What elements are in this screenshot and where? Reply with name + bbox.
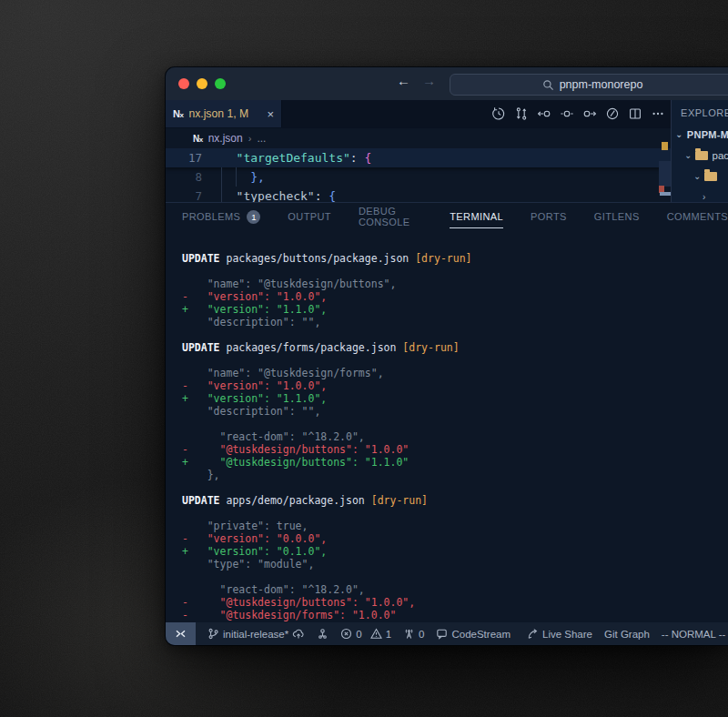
compare-changes-icon[interactable] <box>514 106 529 121</box>
gitlens-icon <box>317 628 329 640</box>
code-editor[interactable]: 17"targetDefaults": {8},7"typecheck": { <box>166 148 671 203</box>
editor-tab-bar: Nx nx.json 1, M × <box>166 100 671 128</box>
panel-tab-output[interactable]: OUTPUT <box>288 211 331 222</box>
errors-icon <box>340 628 352 640</box>
panel-tab-debug-console[interactable]: DEBUG CONSOLE <box>359 206 422 227</box>
more-actions-icon[interactable] <box>651 106 665 121</box>
code-text: "targetDefaults": { <box>202 151 371 165</box>
terminal-line: + "version": "1.1.0", <box>182 392 728 405</box>
close-tab-icon[interactable]: × <box>267 108 274 120</box>
panel-tab-label: PORTS <box>531 211 567 222</box>
error-count: 0 <box>356 629 361 640</box>
code-token: "typecheck" <box>237 189 315 203</box>
gitlens-indicator[interactable] <box>317 628 329 640</box>
chevron-right-icon: › <box>703 192 705 202</box>
terminal-line: - "version": "1.0.0", <box>182 290 728 303</box>
open-changes-icon[interactable] <box>605 106 620 121</box>
search-icon <box>542 79 554 91</box>
branch-indicator[interactable]: initial-release* <box>207 628 305 640</box>
codestream-item[interactable]: CodeStream <box>436 628 511 640</box>
minimap[interactable] <box>659 127 671 202</box>
git-graph-item[interactable]: Git Graph <box>604 629 650 640</box>
terminal-line: "description": "", <box>182 405 728 418</box>
terminal-line: }, <box>182 469 728 481</box>
timeline-history-icon[interactable] <box>491 106 506 121</box>
explorer-title: EXPLORER <box>672 100 728 118</box>
code-line[interactable]: 8}, <box>166 167 671 187</box>
terminal-line <box>182 265 728 278</box>
chevron-down-icon: ⌄ <box>675 129 683 139</box>
minimap-slider[interactable] <box>659 161 671 187</box>
terminal-line: "react-dom": "^18.2.0", <box>182 583 728 596</box>
remote-icon <box>175 628 187 640</box>
broadcast-indicator[interactable]: 0 <box>403 628 424 640</box>
terminal-line <box>182 418 728 430</box>
panel-tab-problems[interactable]: PROBLEMS1 <box>182 210 260 224</box>
tab-nx-json[interactable]: Nx nx.json 1, M × <box>166 100 282 127</box>
navigate-forward-icon[interactable]: → <box>422 73 436 88</box>
explorer-item-packages[interactable]: ⌄packages <box>672 145 728 166</box>
maximize-window-button[interactable] <box>215 78 226 89</box>
status-bar: initial-release* 0 1 0 CodeStream Live S… <box>166 622 728 645</box>
split-editor-icon[interactable] <box>628 106 642 121</box>
branch-name: initial-release* <box>223 629 288 640</box>
publish-cloud-icon <box>292 628 305 640</box>
explorer-item-pnpm-monorepo[interactable]: ⌄PNPM-MONOREPO <box>672 124 728 145</box>
remote-indicator[interactable] <box>166 622 196 645</box>
minimap-selection-mark <box>660 192 671 196</box>
terminal-dry-run-tag: [dry-run] <box>415 252 471 265</box>
navigate-back-icon[interactable]: ← <box>397 73 410 88</box>
panel-tab-label: OUTPUT <box>288 211 331 222</box>
breadcrumb[interactable]: Nx nx.json › ... <box>166 128 671 148</box>
terminal-line: - "@tuskdesign/buttons": "1.0.0" <box>182 443 728 456</box>
terminal-line <box>182 328 728 341</box>
panel-tab-gitlens[interactable]: GITLENS <box>594 211 640 222</box>
terminal-line: UPDATE packages/forms/package.json [dry-… <box>182 341 728 354</box>
breadcrumb-rest[interactable]: ... <box>257 132 266 145</box>
minimize-window-button[interactable] <box>197 78 207 89</box>
code-line[interactable]: 17"targetDefaults": { <box>166 148 671 167</box>
git-graph-label: Git Graph <box>604 629 650 640</box>
vim-mode-indicator: -- NORMAL -- <box>662 629 725 640</box>
explorer-item[interactable]: › <box>672 187 728 202</box>
code-token: }, <box>250 170 265 184</box>
problems-indicator[interactable]: 0 1 <box>340 628 391 640</box>
chevron-down-icon: ⌄ <box>684 150 692 160</box>
change-indicator-icon[interactable] <box>560 106 574 121</box>
vscode-window: ← → pnpm-monorepo Nx nx.json 1, M × <box>166 67 728 645</box>
indent-guide <box>221 187 222 203</box>
previous-change-icon[interactable] <box>537 106 551 121</box>
panel-tab-comments[interactable]: COMMENTS <box>667 211 728 222</box>
terminal-line <box>182 354 728 367</box>
nx-file-icon: Nx <box>193 134 203 144</box>
panel-tab-label: DEBUG CONSOLE <box>359 206 422 227</box>
terminal-line <box>182 507 728 520</box>
live-share-item[interactable]: Live Share <box>527 628 592 640</box>
search-value: pnpm-monorepo <box>560 78 643 91</box>
panel-tab-bar: PROBLEMS1OUTPUTDEBUG CONSOLETERMINALPORT… <box>166 203 728 230</box>
code-token: { <box>329 189 336 203</box>
editor-group: Nx nx.json 1, M × Nx nx.json <box>166 100 671 202</box>
indent-guide <box>236 167 237 187</box>
terminal-line: + "version": "1.1.0", <box>182 303 728 316</box>
explorer-sidebar: EXPLORER ⌄PNPM-MONOREPO⌄packages⌄› <box>671 100 728 202</box>
folder-icon <box>704 172 717 181</box>
explorer-item[interactable]: ⌄ <box>672 166 728 187</box>
panel-tab-ports[interactable]: PORTS <box>531 211 567 222</box>
titlebar: ← → pnpm-monorepo <box>166 67 728 101</box>
command-center-search[interactable]: pnpm-monorepo <box>450 74 728 96</box>
terminal-line: "name": "@tuskdesign/buttons", <box>182 278 728 290</box>
terminal-file-path: packages/forms/package.json <box>220 341 403 354</box>
breadcrumb-file[interactable]: nx.json <box>208 132 243 145</box>
terminal-output[interactable]: UPDATE packages/buttons/package.json [dr… <box>166 230 728 621</box>
terminal-line: UPDATE packages/buttons/package.json [dr… <box>182 252 728 265</box>
terminal-line: "react-dom": "^18.2.0", <box>182 430 728 443</box>
code-text: }, <box>202 170 265 184</box>
close-window-button[interactable] <box>178 78 189 89</box>
terminal-line: + "@tuskdesign/buttons": "1.1.0" <box>182 456 728 469</box>
panel-tab-terminal[interactable]: TERMINAL <box>450 211 503 222</box>
line-number: 17 <box>166 151 202 165</box>
code-line[interactable]: 7"typecheck": { <box>166 187 671 203</box>
terminal-line <box>182 571 728 583</box>
next-change-icon[interactable] <box>582 106 597 121</box>
